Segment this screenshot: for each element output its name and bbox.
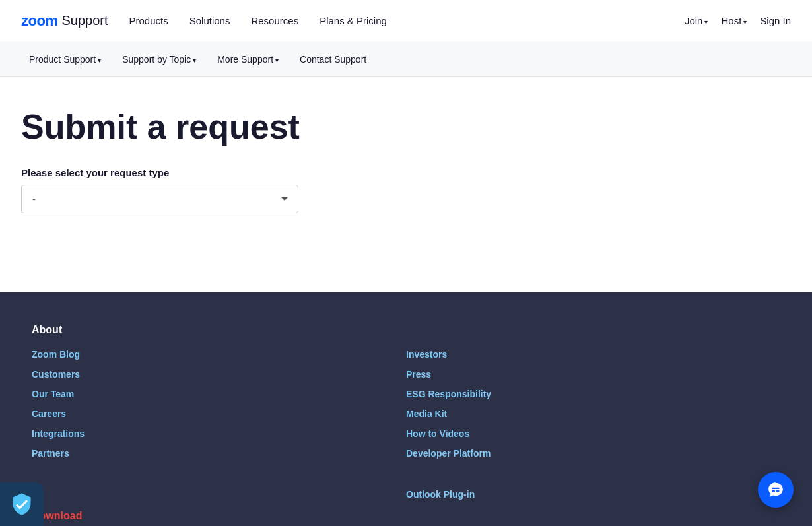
footer-link-investors[interactable]: Investors bbox=[406, 349, 780, 360]
page-title: Submit a request bbox=[21, 108, 573, 146]
chat-bubble[interactable] bbox=[758, 472, 794, 508]
footer-link-how-to-videos[interactable]: How to Videos bbox=[406, 428, 780, 439]
support-label: Support bbox=[61, 13, 108, 28]
footer: About Zoom Blog Customers Our Team Caree… bbox=[0, 292, 812, 526]
shield-icon bbox=[10, 492, 34, 516]
join-caret: ▾ bbox=[704, 18, 708, 26]
top-nav: zoom Support Products Solutions Resource… bbox=[0, 0, 812, 42]
footer-columns: Zoom Blog Customers Our Team Careers Int… bbox=[32, 349, 780, 468]
footer-link-esg[interactable]: ESG Responsibility bbox=[406, 389, 780, 399]
footer-link-careers[interactable]: Careers bbox=[32, 409, 406, 419]
footer-link-press[interactable]: Press bbox=[406, 369, 780, 379]
footer-col-download-right: Outlook Plug-in bbox=[406, 489, 780, 526]
nav-solutions[interactable]: Solutions bbox=[189, 15, 230, 26]
chat-icon bbox=[767, 481, 784, 498]
download-highlight: ownload bbox=[40, 510, 83, 521]
nav-resources[interactable]: Resources bbox=[251, 15, 298, 26]
footer-link-our-team[interactable]: Our Team bbox=[32, 389, 406, 399]
nav-sign-in[interactable]: Sign In bbox=[760, 15, 791, 26]
security-badge[interactable] bbox=[0, 482, 44, 526]
host-caret: ▾ bbox=[743, 18, 747, 26]
request-type-label: Please select your request type bbox=[21, 167, 573, 178]
footer-col-left: Zoom Blog Customers Our Team Careers Int… bbox=[32, 349, 406, 468]
nav-support-by-topic[interactable]: Support by Topic▾ bbox=[114, 50, 204, 69]
main-content: Submit a request Please select your requ… bbox=[0, 77, 594, 292]
product-support-caret: ▾ bbox=[98, 57, 101, 64]
support-by-topic-caret: ▾ bbox=[193, 57, 196, 64]
footer-link-partners[interactable]: Partners bbox=[32, 448, 406, 459]
footer-link-outlook-plugin[interactable]: Outlook Plug-in bbox=[406, 489, 780, 500]
footer-download-section: Download Meetings Client Outlook Plug-in bbox=[32, 489, 780, 526]
logo-area[interactable]: zoom Support bbox=[21, 13, 108, 30]
footer-link-zoom-blog[interactable]: Zoom Blog bbox=[32, 349, 406, 360]
footer-col-right: Investors Press ESG Responsibility Media… bbox=[406, 349, 780, 468]
footer-download-label: Download bbox=[32, 510, 406, 522]
nav-plans-pricing[interactable]: Plans & Pricing bbox=[320, 15, 387, 26]
nav-more-support[interactable]: More Support▾ bbox=[209, 50, 287, 69]
top-nav-links: Products Solutions Resources Plans & Pri… bbox=[129, 15, 685, 26]
nav-join[interactable]: Join▾ bbox=[685, 15, 708, 26]
nav-product-support[interactable]: Product Support▾ bbox=[21, 50, 109, 69]
nav-host[interactable]: Host▾ bbox=[721, 15, 747, 26]
nav-contact-support[interactable]: Contact Support bbox=[292, 50, 374, 69]
footer-link-media-kit[interactable]: Media Kit bbox=[406, 409, 780, 419]
secondary-nav: Product Support▾ Support by Topic▾ More … bbox=[0, 42, 812, 77]
footer-link-developer-platform[interactable]: Developer Platform bbox=[406, 448, 780, 459]
footer-about-label: About bbox=[32, 324, 780, 336]
footer-col-download-left: Download Meetings Client bbox=[32, 489, 406, 526]
nav-products[interactable]: Products bbox=[129, 15, 168, 26]
more-support-caret: ▾ bbox=[275, 57, 279, 64]
footer-link-integrations[interactable]: Integrations bbox=[32, 428, 406, 439]
top-nav-right: Join▾ Host▾ Sign In bbox=[685, 15, 791, 26]
footer-link-customers[interactable]: Customers bbox=[32, 369, 406, 379]
request-type-select[interactable]: - Technical Support Billing Account Othe… bbox=[21, 185, 298, 213]
zoom-logo[interactable]: zoom bbox=[21, 13, 57, 30]
